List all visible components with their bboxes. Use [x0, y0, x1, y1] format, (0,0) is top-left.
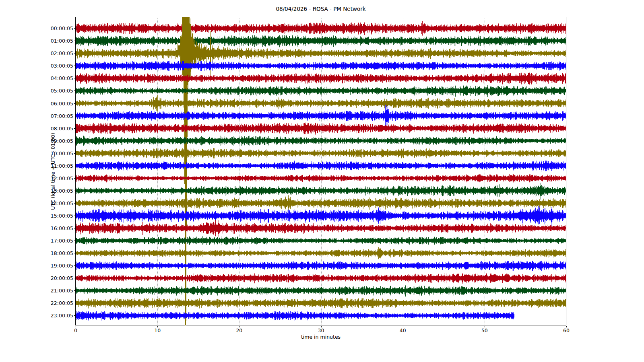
y-tick-mark — [74, 178, 76, 179]
y-axis-tick-label: 00:00:05 — [51, 25, 73, 31]
y-tick-mark — [74, 116, 76, 116]
y-axis-tick-label: 05:00:05 — [51, 88, 73, 94]
x-axis-label: time in minutes — [301, 334, 341, 340]
x-axis-tick-label: 10 — [154, 327, 161, 333]
y-tick-mark — [74, 278, 76, 278]
y-axis-tick-label: 01:00:05 — [51, 38, 73, 44]
y-tick-mark — [74, 41, 76, 41]
y-axis-tick-label: 16:00:05 — [51, 225, 73, 231]
y-axis-tick-label: 02:00:05 — [51, 50, 73, 56]
y-axis-tick-label: 04:00:05 — [51, 75, 73, 81]
x-axis-tick-label: 0 — [74, 327, 77, 333]
y-tick-mark — [74, 90, 76, 91]
y-axis-tick-label: 18:00:05 — [51, 250, 73, 256]
y-axis-tick-label: 10:00:05 — [51, 150, 73, 156]
y-axis-tick-label: 08:00:05 — [51, 125, 73, 131]
x-axis-tick-label: 40 — [400, 327, 406, 333]
y-axis-tick-label: 12:00:05 — [51, 175, 73, 181]
y-tick-mark — [74, 103, 76, 104]
y-tick-mark — [74, 28, 76, 29]
x-axis-tick-label: 20 — [236, 327, 242, 333]
y-axis-tick-label: 11:00:05 — [51, 162, 73, 169]
y-tick-mark — [74, 191, 76, 191]
y-axis-label: UTC (local time = UTC - 01:00) — [50, 133, 56, 210]
y-tick-mark — [74, 228, 76, 228]
y-tick-mark — [74, 290, 76, 291]
y-axis-tick-label: 13:00:05 — [51, 187, 73, 193]
y-tick-mark — [74, 303, 76, 303]
y-tick-mark — [74, 53, 76, 53]
y-axis-tick-label: 06:00:05 — [51, 100, 73, 106]
y-tick-mark — [74, 216, 76, 216]
y-axis-tick-label: 14:00:05 — [51, 200, 73, 206]
x-axis-tick-label: 50 — [481, 327, 488, 333]
y-axis-tick-label: 15:00:05 — [51, 212, 73, 218]
y-axis-tick-label: 17:00:05 — [51, 238, 73, 244]
y-axis-tick-label: 03:00:05 — [51, 63, 73, 69]
y-tick-mark — [74, 241, 76, 241]
y-axis-tick-label: 19:00:05 — [51, 263, 73, 269]
y-tick-mark — [74, 78, 76, 78]
x-axis-tick-label: 60 — [563, 327, 570, 333]
y-tick-mark — [74, 141, 76, 141]
y-tick-mark — [74, 66, 76, 66]
seismogram-figure: 08/04/2026 - ROSA - PM Network UTC (loca… — [0, 0, 644, 362]
chart-title: 08/04/2026 - ROSA - PM Network — [276, 6, 365, 12]
y-tick-mark — [74, 153, 76, 154]
y-axis-tick-label: 23:00:05 — [51, 313, 73, 319]
y-tick-mark — [74, 203, 76, 204]
y-axis-tick-label: 22:00:05 — [51, 300, 73, 306]
y-tick-mark — [74, 128, 76, 129]
y-axis-tick-label: 21:00:05 — [51, 288, 73, 294]
trace-canvas — [76, 17, 566, 325]
x-axis-tick-label: 30 — [318, 327, 324, 333]
y-axis-tick-label: 20:00:05 — [51, 275, 73, 281]
y-tick-mark — [74, 265, 76, 266]
y-tick-mark — [74, 253, 76, 253]
y-tick-mark — [74, 315, 76, 316]
y-tick-mark — [74, 166, 76, 166]
y-axis-tick-label: 09:00:05 — [51, 138, 73, 144]
y-axis-tick-label: 07:00:05 — [51, 113, 73, 119]
